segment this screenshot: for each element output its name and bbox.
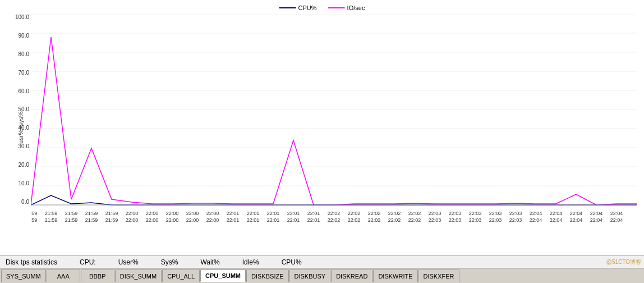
tab-diskwrite[interactable]: DISKWRITE	[373, 270, 417, 282]
svg-text:22:01: 22:01	[287, 211, 300, 216]
svg-text:22:04: 22:04	[550, 217, 563, 223]
status-text5: Wait%	[200, 258, 219, 266]
svg-text:22:03: 22:03	[509, 217, 522, 223]
y-tick-50: 50.0	[19, 106, 29, 112]
watermark: @51CTO博客	[606, 258, 641, 266]
svg-text:22:01: 22:01	[267, 211, 280, 216]
svg-text:21:59: 21:59	[45, 217, 58, 223]
svg-text:22:00: 22:00	[146, 211, 159, 216]
legend-io-label: IO/sec	[347, 4, 365, 11]
svg-text:22:04: 22:04	[610, 217, 623, 223]
status-text3: User%	[118, 258, 139, 266]
y-tick-0: 0.0	[21, 199, 29, 205]
status-text4: Sys%	[161, 258, 178, 266]
tab-diskbusy[interactable]: DISKBUSY	[289, 270, 331, 282]
svg-text:22:01: 22:01	[267, 217, 280, 223]
tab-bar: SYS_SUMM AAA BBBP DISK_SUMM CPU_ALL CPU_…	[0, 268, 644, 283]
tab-diskbsize[interactable]: DISKBSIZE	[246, 270, 288, 282]
svg-text:22:03: 22:03	[469, 217, 482, 223]
chart-legend: CPU% IO/sec	[279, 4, 365, 11]
y-tick-90: 90.0	[19, 33, 29, 39]
svg-text:22:02: 22:02	[368, 217, 381, 223]
svg-text:22:01: 22:01	[307, 211, 320, 216]
svg-text:22:01: 22:01	[227, 211, 240, 216]
svg-text:22:00: 22:00	[146, 217, 159, 223]
svg-text:21:59: 21:59	[85, 211, 98, 216]
io-line	[31, 37, 637, 205]
svg-text:21:59: 21:59	[85, 217, 98, 223]
y-tick-20: 20.0	[19, 162, 29, 168]
tab-cpu-all[interactable]: CPU_ALL	[162, 270, 200, 282]
svg-text:21:59: 21:59	[45, 211, 58, 216]
tab-disk-summ[interactable]: DISK_SUMM	[115, 270, 162, 282]
svg-text:22:04: 22:04	[570, 211, 583, 216]
svg-text:22:02: 22:02	[328, 211, 341, 216]
svg-text:21:59: 21:59	[65, 217, 78, 223]
svg-text:22:00: 22:00	[126, 211, 139, 216]
svg-text:22:04: 22:04	[530, 211, 542, 216]
svg-text:22:04: 22:04	[570, 217, 583, 223]
svg-text:22:00: 22:00	[206, 211, 219, 216]
svg-text:22:01: 22:01	[247, 217, 260, 223]
svg-text:22:02: 22:02	[408, 211, 421, 216]
svg-text:22:02: 22:02	[368, 211, 381, 216]
y-tick-10: 10.0	[19, 180, 29, 186]
svg-text:21:59: 21:59	[31, 217, 37, 223]
io-line-indicator	[328, 7, 345, 8]
tab-aaa[interactable]: AAA	[47, 270, 80, 282]
svg-text:22:03: 22:03	[509, 211, 522, 216]
svg-text:22:01: 22:01	[247, 211, 260, 216]
svg-text:21:59: 21:59	[31, 211, 37, 216]
svg-text:22:03: 22:03	[449, 211, 462, 216]
cpu-line-indicator	[279, 7, 296, 8]
status-text2: CPU:	[80, 258, 96, 266]
status-text1: Disk tps statistics	[6, 258, 57, 266]
legend-cpu: CPU%	[279, 4, 317, 11]
tab-sys-summ[interactable]: SYS_SUMM	[1, 270, 46, 282]
tab-diskxfer[interactable]: DISKXFER	[418, 270, 459, 282]
y-axis-ticks: 100.0 90.0 80.0 70.0 60.0 50.0 40.0 30.0…	[6, 14, 29, 205]
svg-text:22:00: 22:00	[206, 217, 219, 223]
tab-cpu-summ[interactable]: CPU_SUMM	[200, 270, 246, 282]
svg-text:22:02: 22:02	[348, 211, 361, 216]
svg-text:22:03: 22:03	[449, 217, 462, 223]
status-text6: Idle%	[242, 258, 259, 266]
tab-diskread[interactable]: DISKREAD	[331, 270, 372, 282]
svg-text:22:01: 22:01	[287, 217, 300, 223]
y-tick-100: 100.0	[15, 14, 29, 20]
svg-text:22:00: 22:00	[186, 217, 199, 223]
svg-text:22:03: 22:03	[429, 217, 441, 223]
y-tick-70: 70.0	[19, 70, 29, 76]
chart-area: 21:59 21:59 21:59 21:59 21:59 22:00 22:0…	[31, 14, 637, 247]
legend-cpu-label: CPU%	[298, 4, 317, 11]
chart-svg: 21:59 21:59 21:59 21:59 21:59 22:00 22:0…	[31, 14, 637, 247]
svg-text:22:03: 22:03	[469, 211, 482, 216]
svg-text:22:04: 22:04	[610, 211, 623, 216]
chart-container: CPU% IO/sec usr%+sys%	[0, 0, 644, 255]
svg-text:22:03: 22:03	[489, 211, 502, 216]
svg-text:22:00: 22:00	[166, 217, 179, 223]
svg-text:21:59: 21:59	[65, 211, 78, 216]
svg-text:22:02: 22:02	[348, 217, 361, 223]
svg-text:22:04: 22:04	[550, 211, 563, 216]
svg-text:22:04: 22:04	[590, 211, 603, 216]
legend-io: IO/sec	[328, 4, 365, 11]
svg-text:22:04: 22:04	[530, 217, 542, 223]
svg-text:22:01: 22:01	[307, 217, 320, 223]
status-bar: Disk tps statistics CPU: User% Sys% Wait…	[0, 255, 644, 268]
tab-bbbp[interactable]: BBBP	[81, 270, 114, 282]
svg-text:21:59: 21:59	[105, 211, 118, 216]
svg-text:21:59: 21:59	[105, 217, 118, 223]
svg-text:22:02: 22:02	[388, 211, 401, 216]
y-tick-80: 80.0	[19, 51, 29, 57]
svg-text:22:02: 22:02	[388, 217, 401, 223]
y-tick-40: 40.0	[19, 125, 29, 131]
svg-text:22:00: 22:00	[166, 211, 179, 216]
status-text7: CPU%	[282, 258, 302, 266]
svg-text:22:01: 22:01	[227, 217, 240, 223]
svg-text:22:02: 22:02	[408, 217, 421, 223]
svg-text:22:00: 22:00	[186, 211, 199, 216]
svg-text:22:02: 22:02	[328, 217, 341, 223]
svg-text:22:03: 22:03	[429, 211, 441, 216]
svg-text:22:04: 22:04	[590, 217, 603, 223]
